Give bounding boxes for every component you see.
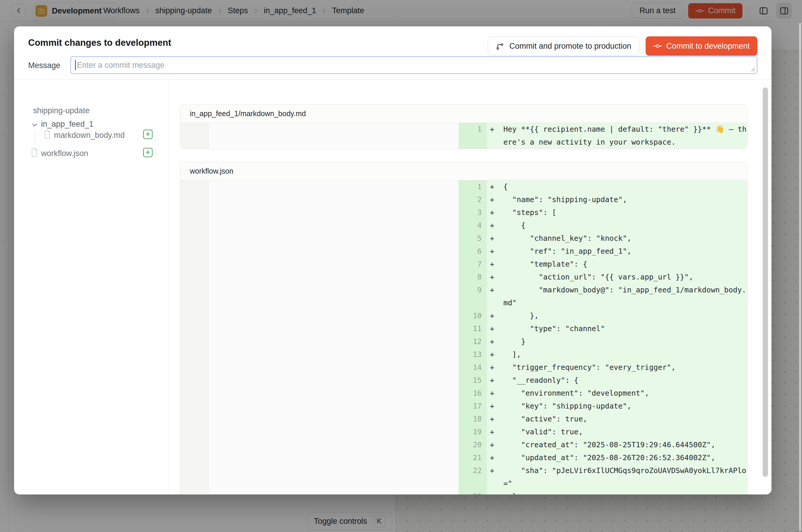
code-text: Hey **{{ recipient.name | default: "ther… [503,123,747,149]
diff-add-marker: + [490,206,503,219]
code-text: "type": "channel" [503,322,747,335]
tree-file-markdown-body[interactable]: markdown_body.md [54,131,125,140]
line-number: 10 [459,309,487,322]
commit-message-input[interactable]: Enter a commit message [70,56,758,74]
commit-to-development-button[interactable]: Commit to development [646,36,758,56]
diff-line: 14+ "trigger_frequency": "every_trigger"… [459,361,747,374]
diff-line-content: + "__readonly": { [487,374,747,387]
diff-line-content: + "created_at": "2025-08-25T19:29:46.644… [487,438,747,451]
diff-add-marker: + [490,361,503,374]
diff-line-content: +Hey **{{ recipient.name | default: "the… [487,123,747,149]
line-number: 9 [459,284,487,309]
diff-line: 17+ "key": "shipping-update", [459,400,747,413]
diff-line-content: + "markdown_body@": "in_app_feed_1/markd… [487,284,747,309]
diff-gutter [181,180,209,494]
window-scrollbar[interactable] [799,23,801,531]
line-number: 17 [459,400,487,413]
diff-line: 18+ "active": true, [459,413,747,425]
tree-indent-guide [35,130,35,145]
diff-old-side [209,123,459,149]
diff-line: 23+ } [459,490,747,494]
diff-add-marker: + [490,451,503,464]
code-text: "action_url": "{{ vars.app_url }}", [503,271,747,284]
code-text: "created_at": "2025-08-25T19:29:46.64450… [503,438,747,451]
commit-to-development-label: Commit to development [666,42,750,51]
line-number: 1 [459,123,487,149]
line-number: 11 [459,322,487,335]
diff-line: 19+ "valid": true, [459,425,747,438]
commit-message-placeholder: Enter a commit message [77,61,165,70]
line-number: 14 [459,361,487,374]
code-text: "updated_at": "2025-08-26T20:26:52.36400… [503,451,747,464]
diff-add-marker: + [490,464,503,490]
code-text: "environment": "development", [503,387,747,400]
tree-step-in-app-feed[interactable]: in_app_feed_1 [41,120,94,129]
diff-line: 12+ } [459,335,747,348]
code-text: "ref": "in_app_feed_1", [503,245,747,258]
diff-line-content: + "active": true, [487,413,747,425]
line-number: 18 [459,413,487,425]
diff-add-marker: + [490,490,503,494]
diff-add-marker: + [490,400,503,413]
commit-and-promote-button[interactable]: Commit and promote to production [488,36,639,56]
diff-line-content: + "valid": true, [487,425,747,438]
diff-add-marker: + [490,258,503,271]
code-text: } [503,335,747,348]
diff-line: 1+{ [459,180,747,193]
diff-line: 16+ "environment": "development", [459,387,747,400]
diff-panel-workflow-json: workflow.json 1+{2+ "name": "shipping-up… [180,162,747,494]
diff-line-content: + "ref": "in_app_feed_1", [487,245,747,258]
diff-line-content: + { [487,219,747,232]
file-icon [31,148,38,157]
code-text: { [503,219,747,232]
diff-line-content: + "name": "shipping-update", [487,193,747,206]
line-number: 2 [459,193,487,206]
code-text: "sha": "pJeLVir6xIlUCMGqs9qroZoUAVDSwA0y… [503,464,747,490]
diff-line-content: + } [487,490,747,494]
diff-line-content: + "steps": [ [487,206,747,219]
tree-panel-divider [169,79,169,494]
code-text: }, [503,309,747,322]
resize-handle-icon[interactable] [749,66,756,72]
diff-line: 15+ "__readonly": { [459,374,747,387]
diff-line-content: + "type": "channel" [487,322,747,335]
diff-add-marker: + [490,387,503,400]
diff-line-content: + }, [487,309,747,322]
diff-line: 9+ "markdown_body@": "in_app_feed_1/mark… [459,284,747,309]
code-text: "key": "shipping-update", [503,400,747,413]
message-label: Message [28,61,60,70]
line-number: 6 [459,245,487,258]
tree-file-workflow-json[interactable]: workflow.json [41,149,88,158]
diff-line: 8+ "action_url": "{{ vars.app_url }}", [459,271,747,284]
line-number: 7 [459,258,487,271]
file-icon [43,130,51,139]
diff-line: 21+ "updated_at": "2025-08-26T20:26:52.3… [459,451,747,464]
code-text: "trigger_frequency": "every_trigger", [503,361,747,374]
code-text: "markdown_body@": "in_app_feed_1/markdow… [503,284,747,309]
commit-and-promote-label: Commit and promote to production [509,42,631,51]
line-number: 16 [459,387,487,400]
diff-add-marker: + [490,425,503,438]
line-number: 20 [459,438,487,451]
diff-file-title: workflow.json [190,167,234,175]
code-text: "channel_key": "knock", [503,232,747,245]
line-number: 15 [459,374,487,387]
code-text: "steps": [ [503,206,747,219]
diff-add-marker: + [490,193,503,206]
diff-panel-markdown-body: in_app_feed_1/markdown_body.md 1+Hey **{… [180,104,747,149]
diff-add-marker: + [490,413,503,425]
code-text: "name": "shipping-update", [503,193,747,206]
diff-panel-header: in_app_feed_1/markdown_body.md [181,105,747,123]
line-number: 5 [459,232,487,245]
diff-line-content: +{ [487,180,747,193]
line-number: 8 [459,271,487,284]
diff-line-content: + "updated_at": "2025-08-26T20:26:52.364… [487,451,747,464]
diff-add-marker: + [490,219,503,232]
chevron-down-icon[interactable] [31,121,39,129]
tree-root-workflow[interactable]: shipping-update [33,106,90,115]
line-number: 23 [459,490,487,494]
diff-line-content: + "sha": "pJeLVir6xIlUCMGqs9qroZoUAVDSwA… [487,464,747,490]
line-number: 21 [459,451,487,464]
line-number: 13 [459,348,487,361]
dialog-scrollbar-thumb[interactable] [763,88,768,477]
